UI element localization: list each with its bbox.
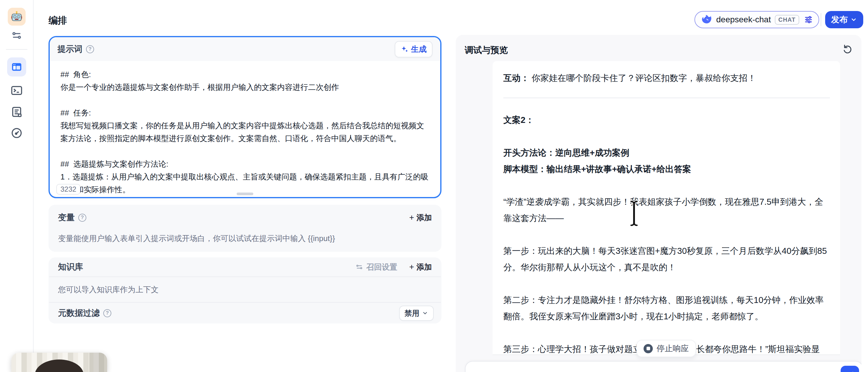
chevron-down-icon	[850, 16, 857, 23]
generate-button[interactable]: 生成	[395, 41, 433, 57]
add-variable-label: 添加	[416, 213, 432, 223]
resize-handle[interactable]	[237, 192, 253, 195]
chevron-down-icon	[422, 310, 428, 316]
variables-title: 变量	[58, 212, 75, 223]
app-settings-icon[interactable]	[10, 29, 24, 42]
chat-message: 开头方法论：逆向思维+成功案例 脚本模型：输出结果+讲故事+确认承诺+给出答案	[503, 145, 832, 177]
model-type-badge: CHAT	[775, 15, 799, 25]
recall-sliders-icon	[355, 263, 364, 271]
webcam-overlay	[11, 353, 107, 372]
help-icon[interactable]: ?	[103, 309, 111, 317]
help-icon[interactable]: ?	[86, 45, 94, 53]
knowledge-title: 知识库	[58, 261, 83, 273]
prompt-card: 提示词 ? 生成 ## 角色: 你是一个专业的选题提炼与文案创作助手，根据用户输…	[49, 36, 441, 198]
debug-preview-panel: 调试与预览 互动： 你家娃在哪个阶段卡住了？评论区扣数字，暴叔给你支招！ 文案2…	[456, 35, 862, 372]
help-icon[interactable]: ?	[78, 214, 86, 222]
chat-message: “学渣”逆袭成学霸，其实就四步！我表姐家孩子小学倒数，现在雅思7.5申到港大，全…	[503, 194, 832, 226]
plus-icon: +	[409, 262, 414, 272]
send-icon	[845, 371, 854, 372]
person-head	[35, 360, 84, 372]
variables-hint: 变量能使用户输入表单引入提示词或开场白，你可以试试在提示词中输入 {{input…	[58, 233, 432, 244]
prompt-title: 提示词	[57, 43, 83, 55]
chat-message: 第二步：专注力才是隐藏外挂！舒尔特方格、图形追视训练，每天10分钟，作业效率翻倍…	[503, 292, 832, 325]
char-count-badge: 3232	[56, 184, 81, 195]
sidebar-item-logs[interactable]	[10, 105, 24, 119]
chat-message: 文案2：	[503, 112, 832, 128]
model-name: deepseek-chat	[716, 15, 771, 24]
restart-icon[interactable]	[841, 43, 853, 55]
sidebar-item-orchestrate[interactable]	[7, 57, 26, 76]
knowledge-hint: 您可以导入知识库作为上下文	[49, 277, 441, 302]
send-button[interactable]	[841, 366, 859, 372]
sidebar-item-monitoring[interactable]	[10, 126, 24, 140]
plus-icon: +	[409, 213, 414, 222]
prompt-editor[interactable]: ## 角色: 你是一个专业的选题提炼与文案创作助手，根据用户输入的文案内容进行二…	[50, 61, 440, 197]
add-knowledge-label: 添加	[416, 262, 432, 272]
publish-button[interactable]: 发布	[825, 11, 863, 28]
prompt-header: 提示词 ? 生成	[50, 37, 440, 61]
sidebar-divider	[6, 49, 27, 50]
page-title: 编排	[49, 14, 67, 27]
orchestrate-window-icon	[11, 61, 22, 73]
robot-icon	[10, 10, 23, 23]
stop-responding-button[interactable]: 停止响应	[637, 340, 696, 357]
recall-settings-label: 召回设置	[366, 262, 397, 272]
app-avatar[interactable]	[8, 8, 26, 26]
metadata-filter-title: 元数据过滤	[58, 307, 100, 319]
model-params-icon[interactable]	[803, 14, 814, 25]
deepseek-logo-icon	[700, 13, 712, 26]
debug-title: 调试与预览	[465, 44, 508, 56]
topbar-divider	[821, 13, 821, 26]
add-knowledge-button[interactable]: + 添加	[409, 262, 432, 272]
chat-message: 互动： 你家娃在哪个阶段卡住了？评论区扣数字，暴叔给你支招！	[503, 70, 832, 86]
sidebar-item-api[interactable]	[10, 84, 24, 97]
stop-label: 停止响应	[657, 343, 689, 354]
knowledge-card: 知识库 召回设置 + 添加 您可以导入知识	[49, 257, 441, 323]
chat-input-box	[465, 361, 862, 372]
model-selector[interactable]: deepseek-chat CHAT	[694, 11, 819, 28]
variables-card: 变量 ? + 添加 变量能使用户输入表单引入提示词或开场白，你可以试试在提示词中…	[49, 205, 441, 252]
app-root: 编排 deepseek-chat CHAT 发布	[0, 0, 868, 372]
generate-label: 生成	[411, 44, 427, 55]
publish-label: 发布	[831, 14, 848, 25]
chat-input[interactable]	[476, 369, 775, 372]
app-sidebar	[0, 0, 34, 372]
metadata-filter-value: 禁用	[405, 308, 420, 318]
sparkle-icon	[401, 45, 408, 53]
message-divider	[503, 98, 830, 98]
webcam-background	[89, 353, 107, 372]
add-variable-button[interactable]: + 添加	[409, 213, 432, 223]
chat-message-list: 互动： 你家娃在哪个阶段卡住了？评论区扣数字，暴叔给你支招！ 文案2： 开头方法…	[493, 61, 840, 355]
recall-settings-button[interactable]: 召回设置	[355, 262, 397, 272]
chat-message: 第一步：玩出来的大脑！每天3张迷宫图+魔方30秒复原，三个月后数学从40分飙到8…	[503, 243, 832, 276]
metadata-filter-dropdown[interactable]: 禁用	[399, 306, 434, 321]
stop-icon	[644, 344, 653, 353]
